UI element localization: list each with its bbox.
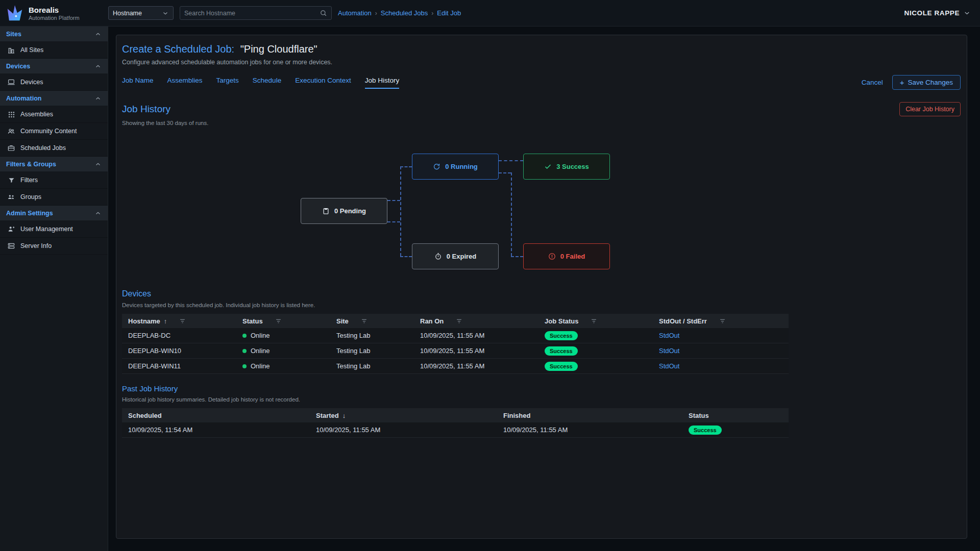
table-row: DEEPLAB-DC Online Testing Lab 10/09/2025… (122, 328, 789, 343)
table-row: DEEPLAB-WIN10 Online Testing Lab 10/09/2… (122, 343, 789, 359)
sidebar-item-community-content[interactable]: Community Content (0, 123, 108, 140)
status-cell: Online (236, 332, 330, 339)
sidebar-item-devices[interactable]: Devices (0, 74, 108, 91)
status-cell: Online (236, 362, 330, 370)
breadcrumb-automation[interactable]: Automation (338, 9, 372, 17)
sidebar-section-filters-groups[interactable]: Filters & Groups (0, 157, 108, 172)
tab-assemblies[interactable]: Assemblies (167, 77, 203, 89)
sidebar-item-user-management[interactable]: User Management (0, 221, 108, 238)
brand: Borealis Automation Platform (0, 4, 108, 23)
job-status-cell: Success (538, 362, 653, 371)
chevron-up-icon (94, 63, 102, 70)
save-changes-label: Save Changes (908, 79, 953, 86)
save-changes-button[interactable]: + Save Changes (892, 75, 961, 90)
breadcrumb-scheduled-jobs[interactable]: Scheduled Jobs (381, 9, 428, 17)
chevron-up-icon (94, 31, 102, 38)
brand-subtitle: Automation Platform (29, 15, 80, 21)
check-icon (544, 163, 552, 170)
search-input[interactable] (184, 10, 320, 17)
connector-line (499, 160, 523, 161)
sort-desc-icon: ↓ (342, 412, 346, 419)
column-header-hostname[interactable]: Hostname ↑ (122, 317, 236, 325)
column-header-status[interactable]: Status (682, 412, 789, 419)
breadcrumb-edit-job[interactable]: Edit Job (437, 9, 461, 17)
filter-icon[interactable] (590, 317, 598, 325)
expired-count-label: 0 Expired (447, 253, 477, 260)
sidebar-item-scheduled-jobs[interactable]: Scheduled Jobs (0, 140, 108, 157)
sidebar-item-groups[interactable]: Groups (0, 189, 108, 206)
column-header-site[interactable]: Site (330, 317, 414, 325)
devices-subtext: Devices targeted by this scheduled job. … (122, 302, 961, 308)
pending-count-label: 0 Pending (334, 207, 366, 215)
chevron-down-icon (963, 9, 971, 17)
user-name: NICOLE RAPPE (904, 9, 960, 17)
section-label: Admin Settings (6, 210, 53, 217)
hostname-cell: DEEPLAB-DC (122, 332, 236, 339)
status-cell: Success (682, 425, 789, 435)
tab-job-history[interactable]: Job History (365, 77, 400, 89)
site-cell: Testing Lab (330, 347, 414, 355)
column-header-ran-on[interactable]: Ran On (414, 317, 538, 325)
online-dot-icon (242, 349, 247, 353)
column-header-finished[interactable]: Finished (497, 412, 682, 419)
column-header-stdout-stderr[interactable]: StdOut / StdErr (653, 317, 789, 325)
column-header-scheduled[interactable]: Scheduled (122, 412, 310, 419)
topbar: Borealis Automation Platform Hostname Au… (0, 0, 980, 27)
tab-targets[interactable]: Targets (216, 77, 239, 89)
clear-job-history-button[interactable]: Clear Job History (899, 102, 961, 116)
job-history-heading: Job History (122, 104, 170, 115)
status-badge: Success (545, 362, 578, 371)
filter-icon[interactable] (719, 317, 726, 325)
sidebar-section-devices[interactable]: Devices (0, 59, 108, 74)
sidebar-item-label: Filters (20, 177, 38, 184)
stdout-link[interactable]: StdOut (659, 347, 679, 355)
user-menu[interactable]: NICOLE RAPPE (904, 9, 971, 17)
assemblies-icon (7, 111, 15, 118)
filter-icon[interactable] (275, 317, 282, 325)
online-dot-icon (242, 334, 247, 338)
job-status-flow-diagram: 0 Pending 0 Running 3 Success (122, 133, 961, 282)
stdout-link[interactable]: StdOut (659, 362, 679, 370)
success-count-label: 3 Success (556, 163, 589, 170)
tab-schedule[interactable]: Schedule (253, 77, 281, 89)
sync-icon (433, 163, 440, 170)
column-header-status[interactable]: Status (236, 317, 330, 325)
job-status-cell: Success (538, 346, 653, 356)
breadcrumb-separator: › (428, 10, 437, 17)
sidebar-section-automation[interactable]: Automation (0, 91, 108, 106)
column-header-job-status[interactable]: Job Status (538, 317, 653, 325)
filter-icon[interactable] (360, 317, 368, 325)
hostname-searchbox (180, 6, 332, 20)
sidebar-item-all-sites[interactable]: All Sites (0, 42, 108, 59)
stdout-link[interactable]: StdOut (659, 332, 679, 339)
filter-icon[interactable] (179, 317, 186, 325)
sidebar-section-sites[interactable]: Sites (0, 27, 108, 42)
sidebar-item-filters[interactable]: Filters (0, 172, 108, 189)
hostname-cell: DEEPLAB-WIN10 (122, 347, 236, 355)
connector-line (511, 172, 512, 256)
sidebar-item-label: All Sites (20, 46, 43, 54)
hostname-select[interactable]: Hostname (108, 6, 174, 20)
clipboard-icon (322, 207, 330, 215)
sidebar-item-server-info[interactable]: Server Info (0, 238, 108, 255)
filter-icon[interactable] (455, 317, 463, 325)
connector-line (400, 166, 401, 256)
chevron-up-icon (94, 210, 102, 217)
tab-job-name[interactable]: Job Name (122, 77, 154, 89)
running-count-label: 0 Running (445, 163, 478, 170)
page-subtitle: Configure advanced schedulable automatio… (122, 59, 961, 66)
ran-on-cell: 10/09/2025, 11:55 AM (414, 332, 538, 339)
job-status-cell: Success (538, 331, 653, 340)
sidebar-item-label: Assemblies (20, 111, 53, 118)
hostname-cell: DEEPLAB-WIN11 (122, 362, 236, 370)
expired-status-box: 0 Expired (412, 243, 499, 269)
sidebar-item-assemblies[interactable]: Assemblies (0, 106, 108, 123)
tab-execution-context[interactable]: Execution Context (295, 77, 351, 89)
column-header-started[interactable]: Started ↓ (310, 412, 497, 419)
sidebar-section-admin-settings[interactable]: Admin Settings (0, 206, 108, 221)
devices-table: Hostname ↑ Status Site (122, 314, 789, 374)
table-row: DEEPLAB-WIN11 Online Testing Lab 10/09/2… (122, 359, 789, 374)
search-icon[interactable] (320, 9, 327, 17)
connector-line (499, 172, 511, 173)
cancel-button[interactable]: Cancel (862, 79, 883, 86)
